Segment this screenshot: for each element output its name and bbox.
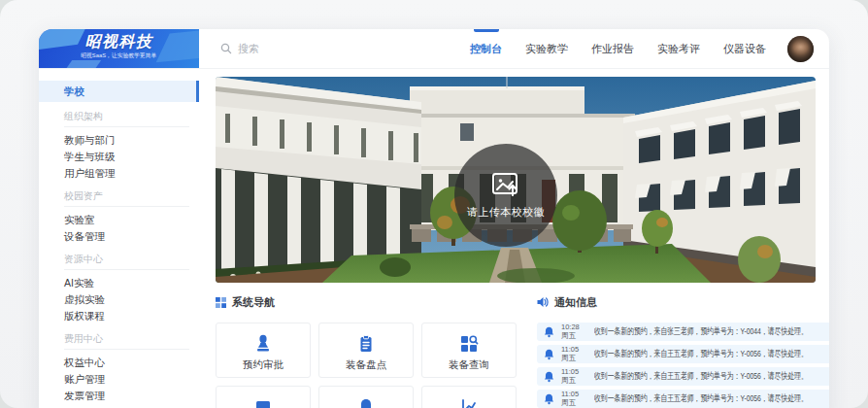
sidebar-group-header: 费用中心	[39, 331, 199, 346]
grid-icon	[216, 297, 226, 308]
card-label: 装备查询	[449, 358, 489, 372]
divider	[64, 349, 189, 350]
sidebar-item-account-management[interactable]: 账户管理	[39, 371, 199, 388]
divider	[64, 206, 189, 207]
upload-logo-button[interactable]: 请上传本校校徽	[454, 144, 557, 247]
search-icon	[220, 43, 232, 54]
card-label: 预约审批	[243, 358, 284, 372]
search-input[interactable]: 搜索	[220, 29, 259, 68]
panels-row: 系统导航 预约审批	[216, 294, 829, 408]
card-partial-3[interactable]	[421, 386, 517, 408]
sidebar-item-laboratory[interactable]: 实验室	[39, 212, 199, 228]
speaker-icon	[537, 296, 549, 308]
sidebar-group-billing: 费用中心 权益中心 账户管理 发票管理	[39, 331, 199, 404]
image-upload-icon	[490, 171, 521, 198]
card-partial-2[interactable]	[318, 386, 414, 408]
notice-title: 通知信息	[554, 295, 597, 310]
notice-panel: 通知信息 查看更多> 10:28 周五	[537, 294, 829, 408]
tab-label: 实验考评	[657, 42, 700, 56]
sidebar-item-benefits-center[interactable]: 权益中心	[39, 355, 199, 371]
stamp-icon	[253, 334, 273, 354]
notice-row[interactable]: 11:05 周五 收到一条新的预约，来自王五老师，预约单号为：Y-0056，请尽…	[537, 345, 829, 363]
sidebar-item-equipment-management[interactable]: 设备管理	[39, 228, 199, 245]
topbar: 昭视科技 昭视SaaS，让实验教学更简单 搜索 控制台 实验教学	[39, 29, 829, 69]
bell-icon	[544, 371, 554, 383]
hero-banner: 请上传本校校徽	[216, 77, 816, 283]
sidebar-group-header: 校园资产	[39, 188, 199, 203]
clipboard-icon	[356, 334, 376, 354]
notice-time: 10:28 周五	[561, 323, 586, 340]
bell-icon	[544, 326, 554, 338]
tab-label: 作业报告	[591, 42, 634, 56]
top-nav: 控制台 实验教学 作业报告 实验考评 仪器设备	[458, 29, 778, 68]
sidebar-group-header: 资源中心	[39, 252, 199, 266]
sidebar-item-licensed-courses[interactable]: 版权课程	[39, 308, 199, 324]
tab-homework-report[interactable]: 作业报告	[580, 29, 646, 68]
card-label: 装备盘点	[346, 358, 386, 372]
notice-time: 11:05 周五	[561, 368, 586, 385]
sidebar: 学校 组织架构 教师与部门 学生与班级 用户组管理 校园资产 实验室 设备管理 …	[39, 69, 199, 408]
logo-streak	[64, 60, 101, 68]
monitor-icon	[253, 397, 273, 408]
screen: 昭视科技 昭视SaaS，让实验教学更简单 搜索 控制台 实验教学	[0, 0, 868, 408]
system-nav-header: 系统导航	[216, 294, 524, 310]
notice-text: 收到一条新的预约，来自王五老师，预约单号为：Y-0056，请尽快处理。	[594, 370, 808, 383]
avatar[interactable]	[787, 36, 814, 62]
bell-icon	[356, 397, 376, 408]
system-nav-title: 系统导航	[232, 295, 275, 310]
notice-header: 通知信息 查看更多>	[537, 294, 829, 310]
tab-console[interactable]: 控制台	[458, 29, 514, 68]
card-equipment-inventory[interactable]: 装备盘点	[318, 323, 414, 378]
divider	[64, 269, 189, 270]
search-grid-icon	[459, 334, 479, 354]
logo-streak	[156, 29, 199, 62]
body: 学校 组织架构 教师与部门 学生与班级 用户组管理 校园资产 实验室 设备管理 …	[39, 69, 829, 408]
app-window: 昭视科技 昭视SaaS，让实验教学更简单 搜索 控制台 实验教学	[39, 29, 829, 408]
tab-label: 仪器设备	[723, 42, 766, 56]
sidebar-item-virtual-lab[interactable]: 虚拟实验	[39, 291, 199, 308]
notice-row[interactable]: 10:28 周五 收到一条新的预约，来自张三老师，预约单号为：Y-0044，请尽…	[537, 323, 829, 341]
notice-text: 收到一条新的预约，来自王五老师，预约单号为：Y-0056，请尽快处理。	[594, 392, 808, 405]
logo-title: 昭视科技	[85, 33, 153, 51]
notice-text: 收到一条新的预约，来自王五老师，预约单号为：Y-0056，请尽快处理。	[594, 348, 808, 360]
logo-streak	[39, 29, 89, 52]
sidebar-item-teachers-departments[interactable]: 教师与部门	[39, 132, 199, 149]
sidebar-item-students-classes[interactable]: 学生与班级	[39, 149, 199, 165]
bell-icon	[544, 393, 554, 405]
chart-icon	[459, 397, 479, 408]
notice-row[interactable]: 11:05 周五 收到一条新的预约，来自王五老师，预约单号为：Y-0056，请尽…	[537, 390, 829, 408]
system-nav-panel: 系统导航 预约审批	[216, 294, 524, 408]
tab-experiment-teaching[interactable]: 实验教学	[514, 29, 580, 68]
sidebar-item-invoice-management[interactable]: 发票管理	[39, 388, 199, 404]
notice-list: 10:28 周五 收到一条新的预约，来自张三老师，预约单号为：Y-0044，请尽…	[537, 323, 829, 408]
upload-logo-label: 请上传本校校徽	[467, 205, 546, 220]
card-equipment-query[interactable]: 装备查询	[421, 323, 517, 378]
card-booking-approval[interactable]: 预约审批	[216, 323, 311, 378]
sidebar-group-header: 组织架构	[39, 109, 199, 123]
nav-cards: 预约审批 装备盘点	[216, 323, 524, 408]
logo[interactable]: 昭视科技 昭视SaaS，让实验教学更简单	[39, 29, 199, 68]
notice-time: 11:05 周五	[561, 346, 586, 362]
tab-instrument-equipment[interactable]: 仪器设备	[712, 29, 778, 68]
main-content: 请上传本校校徽 系统导航	[199, 69, 829, 408]
notice-time: 11:05 周五	[561, 391, 586, 407]
tab-label: 控制台	[470, 42, 502, 56]
sidebar-item-user-groups[interactable]: 用户组管理	[39, 165, 199, 182]
sidebar-group-resources: 资源中心 AI实验 虚拟实验 版权课程	[39, 252, 199, 324]
active-tab-indicator	[474, 29, 499, 32]
sidebar-item-ai-lab[interactable]: AI实验	[39, 275, 199, 291]
card-partial-1[interactable]	[216, 386, 311, 408]
tab-label: 实验教学	[525, 42, 568, 56]
divider	[64, 126, 189, 127]
sidebar-group-assets: 校园资产 实验室 设备管理	[39, 188, 199, 245]
notice-text: 收到一条新的预约，来自张三老师，预约单号为：Y-0044，请尽快处理。	[594, 325, 808, 338]
sidebar-group-org: 组织架构 教师与部门 学生与班级 用户组管理	[39, 109, 199, 182]
tab-experiment-assessment[interactable]: 实验考评	[646, 29, 712, 68]
sidebar-item-school[interactable]: 学校	[39, 81, 199, 102]
notice-row[interactable]: 11:05 周五 收到一条新的预约，来自王五老师，预约单号为：Y-0056，请尽…	[537, 367, 829, 386]
logo-subtitle: 昭视SaaS，让实验教学更简单	[82, 51, 157, 59]
search-placeholder: 搜索	[238, 42, 259, 56]
bell-icon	[544, 349, 554, 360]
